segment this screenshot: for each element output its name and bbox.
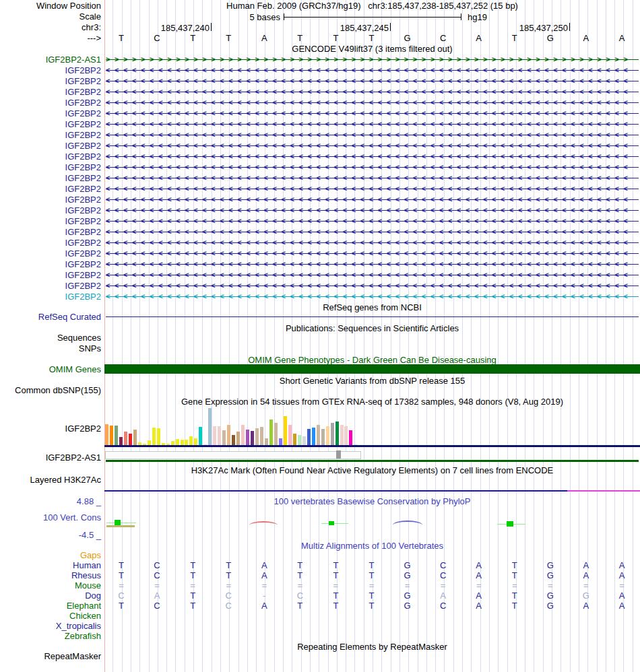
phylop-track-label: 100 Vert. Cons bbox=[0, 513, 101, 522]
gene-strand-arrows: <<<<<<<<<<<<<<<<<<<<<<<<<<<<<<<<<<<<<<<<… bbox=[106, 228, 632, 236]
reference-base: G bbox=[390, 34, 425, 42]
gene-strand-arrows: <<<<<<<<<<<<<<<<<<<<<<<<<<<<<<<<<<<<<<<<… bbox=[106, 281, 632, 290]
gene-label: IGF2BP2 bbox=[0, 249, 101, 258]
gtex-tissue-bar bbox=[307, 429, 311, 445]
gene-strand-arrows: <<<<<<<<<<<<<<<<<<<<<<<<<<<<<<<<<<<<<<<<… bbox=[106, 271, 632, 279]
gene-label: IGF2BP2 bbox=[0, 260, 101, 269]
gencode-gene-row[interactable]: <<<<<<<<<<<<<<<<<<<<<<<<<<<<<<<<<<<<<<<<… bbox=[106, 228, 639, 236]
omim-gene-bar[interactable] bbox=[104, 364, 640, 374]
multiz-base: G bbox=[390, 591, 425, 600]
gtex-gene1-label: IGF2BP2 bbox=[0, 424, 101, 433]
gtex-tissue-bar bbox=[349, 430, 352, 445]
multiz-base: A bbox=[247, 571, 282, 580]
reference-base: G bbox=[533, 34, 568, 42]
multiz-base: G bbox=[533, 591, 568, 600]
gencode-gene-row[interactable]: <<<<<<<<<<<<<<<<<<<<<<<<<<<<<<<<<<<<<<<<… bbox=[106, 206, 639, 215]
gene-label: IGF2BP2 bbox=[0, 281, 101, 290]
multiz-base: A bbox=[461, 561, 497, 570]
multiz-base: T bbox=[175, 571, 210, 580]
multiz-base: C bbox=[211, 601, 246, 610]
gene-strand-arrows: <<<<<<<<<<<<<<<<<<<<<<<<<<<<<<<<<<<<<<<<… bbox=[106, 195, 632, 204]
gtex-as1-chart-box[interactable] bbox=[105, 451, 361, 459]
multiz-base: T bbox=[318, 571, 353, 580]
phylop-mark bbox=[321, 523, 348, 524]
gtex-expression-barchart[interactable] bbox=[104, 407, 640, 445]
gene-strand-arrows: <<<<<<<<<<<<<<<<<<<<<<<<<<<<<<<<<<<<<<<<… bbox=[106, 152, 632, 161]
scale-value: 5 bases bbox=[222, 12, 280, 22]
gtex-tissue-bar bbox=[255, 428, 259, 445]
genome-browser-image: Window Position Human Feb. 2009 (GRCh37/… bbox=[0, 0, 640, 672]
gencode-gene-row[interactable]: <<<<<<<<<<<<<<<<<<<<<<<<<<<<<<<<<<<<<<<<… bbox=[106, 184, 639, 193]
phylop-mark bbox=[106, 525, 135, 527]
gencode-gene-row[interactable]: <<<<<<<<<<<<<<<<<<<<<<<<<<<<<<<<<<<<<<<<… bbox=[106, 163, 639, 172]
gtex-as1-baseline bbox=[106, 460, 639, 462]
gtex-tissue-bar bbox=[213, 426, 216, 445]
multiz-base: T bbox=[104, 561, 139, 570]
gencode-gene-row[interactable]: <<<<<<<<<<<<<<<<<<<<<<<<<<<<<<<<<<<<<<<<… bbox=[106, 249, 639, 258]
dbsnp-track-title: Short Genetic Variants from dbSNP releas… bbox=[104, 376, 640, 385]
refseq-gene-line[interactable] bbox=[106, 316, 639, 317]
gtex-tissue-bar bbox=[133, 430, 137, 445]
multiz-base: C bbox=[282, 591, 317, 600]
gencode-track-title: GENCODE V49lift37 (3 items filtered out) bbox=[104, 44, 640, 53]
multiz-base: A bbox=[247, 601, 282, 610]
gencode-gene-row[interactable]: >>>>>>>>>>>>>>>>>>>>>>>>>>>>>>>>>>>>>>>>… bbox=[106, 55, 639, 64]
gencode-gene-row[interactable]: <<<<<<<<<<<<<<<<<<<<<<<<<<<<<<<<<<<<<<<<… bbox=[106, 77, 639, 86]
gencode-gene-row[interactable]: <<<<<<<<<<<<<<<<<<<<<<<<<<<<<<<<<<<<<<<<… bbox=[106, 195, 639, 204]
multiz-base: T bbox=[354, 561, 389, 570]
reference-base: T bbox=[354, 34, 389, 42]
species-label-human: Human bbox=[0, 561, 101, 570]
gencode-gene-row[interactable]: <<<<<<<<<<<<<<<<<<<<<<<<<<<<<<<<<<<<<<<<… bbox=[106, 238, 639, 247]
gencode-gene-row[interactable]: <<<<<<<<<<<<<<<<<<<<<<<<<<<<<<<<<<<<<<<<… bbox=[106, 292, 639, 301]
multiz-base: A bbox=[604, 591, 639, 600]
gtex-tissue-bar bbox=[119, 437, 123, 445]
gene-strand-arrows: <<<<<<<<<<<<<<<<<<<<<<<<<<<<<<<<<<<<<<<<… bbox=[106, 184, 632, 193]
multiz-base: T bbox=[211, 561, 246, 570]
scale-bar-left-tick bbox=[284, 13, 284, 20]
refseq-curated-label: RefSeq Curated bbox=[0, 312, 101, 321]
multiz-base: = bbox=[318, 581, 353, 590]
gencode-gene-row[interactable]: <<<<<<<<<<<<<<<<<<<<<<<<<<<<<<<<<<<<<<<<… bbox=[106, 174, 639, 182]
gencode-gene-row[interactable]: <<<<<<<<<<<<<<<<<<<<<<<<<<<<<<<<<<<<<<<<… bbox=[106, 109, 639, 118]
multiz-base: T bbox=[104, 571, 139, 580]
multiz-base: = bbox=[426, 581, 461, 590]
gencode-gene-row[interactable]: <<<<<<<<<<<<<<<<<<<<<<<<<<<<<<<<<<<<<<<<… bbox=[106, 120, 639, 129]
gtex-track-title: Gene Expression in 54 tissues from GTEx … bbox=[104, 397, 640, 406]
gencode-gene-row[interactable]: <<<<<<<<<<<<<<<<<<<<<<<<<<<<<<<<<<<<<<<<… bbox=[106, 260, 639, 269]
multiz-base: = bbox=[390, 581, 425, 590]
gene-label: IGF2BP2 bbox=[0, 131, 101, 139]
gencode-gene-row[interactable]: <<<<<<<<<<<<<<<<<<<<<<<<<<<<<<<<<<<<<<<<… bbox=[106, 217, 639, 226]
gencode-gene-row[interactable]: <<<<<<<<<<<<<<<<<<<<<<<<<<<<<<<<<<<<<<<<… bbox=[106, 281, 639, 290]
gtex-tissue-bar bbox=[321, 429, 325, 445]
gtex-gene2-label: IGF2BP2-AS1 bbox=[0, 453, 101, 462]
gencode-gene-row[interactable]: <<<<<<<<<<<<<<<<<<<<<<<<<<<<<<<<<<<<<<<<… bbox=[106, 98, 639, 107]
gencode-gene-row[interactable]: <<<<<<<<<<<<<<<<<<<<<<<<<<<<<<<<<<<<<<<<… bbox=[106, 66, 639, 75]
gene-label: IGF2BP2 bbox=[0, 141, 101, 150]
gtex-tissue-bar bbox=[181, 440, 184, 445]
multiz-base: = bbox=[282, 581, 317, 590]
gtex-tissue-bar bbox=[124, 432, 127, 445]
gene-label: IGF2BP2 bbox=[0, 184, 101, 193]
ruler-tick-mark bbox=[569, 23, 570, 31]
multiz-base: C bbox=[426, 601, 461, 610]
gene-strand-arrows: <<<<<<<<<<<<<<<<<<<<<<<<<<<<<<<<<<<<<<<<… bbox=[106, 66, 632, 75]
gencode-gene-row[interactable]: <<<<<<<<<<<<<<<<<<<<<<<<<<<<<<<<<<<<<<<<… bbox=[106, 141, 639, 150]
multiz-base: T bbox=[497, 601, 532, 610]
h3k27ac-signal-magenta[interactable] bbox=[567, 490, 640, 492]
gene-label: IGF2BP2 bbox=[0, 195, 101, 204]
assembly-position-title: Human Feb. 2009 (GRCh37/hg19) chr3:185,4… bbox=[104, 1, 640, 10]
gencode-gene-row[interactable]: <<<<<<<<<<<<<<<<<<<<<<<<<<<<<<<<<<<<<<<<… bbox=[106, 271, 639, 279]
gencode-gene-row[interactable]: <<<<<<<<<<<<<<<<<<<<<<<<<<<<<<<<<<<<<<<<… bbox=[106, 88, 639, 96]
gtex-tissue-bar bbox=[185, 440, 188, 445]
species-label-mouse: Mouse bbox=[0, 581, 101, 590]
gtex-tissue-bar bbox=[340, 425, 344, 445]
gene-label: IGF2BP2 bbox=[0, 206, 101, 215]
multiz-base: T bbox=[318, 591, 353, 600]
scale-bar-right-tick bbox=[461, 13, 461, 20]
gencode-gene-row[interactable]: <<<<<<<<<<<<<<<<<<<<<<<<<<<<<<<<<<<<<<<<… bbox=[106, 131, 639, 139]
h3k27ac-signal-navy[interactable] bbox=[104, 490, 567, 492]
multiz-base: A bbox=[461, 601, 497, 610]
phylop-track-title: 100 vertebrates Basewise Conservation by… bbox=[104, 497, 640, 506]
gtex-tissue-bar bbox=[176, 439, 179, 445]
gencode-gene-row[interactable]: <<<<<<<<<<<<<<<<<<<<<<<<<<<<<<<<<<<<<<<<… bbox=[106, 152, 639, 161]
